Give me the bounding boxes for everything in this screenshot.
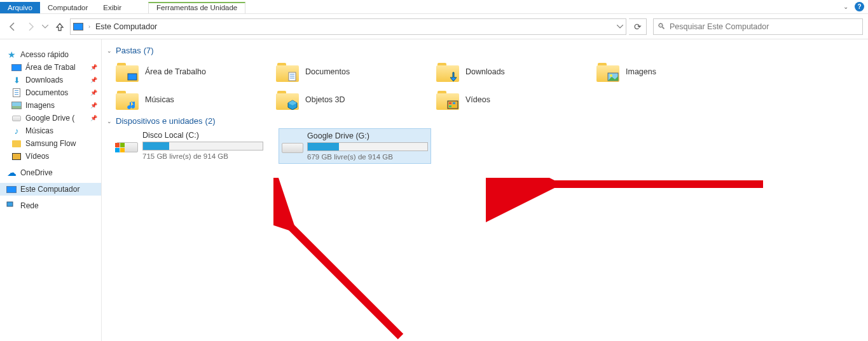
folders-grid: Área de Trabalho Documentos Downloads Im… <box>106 58 868 114</box>
folder-item[interactable]: Vídeos <box>434 86 594 114</box>
star-icon <box>6 50 17 60</box>
cloud-icon <box>6 168 17 178</box>
sidebar-this-pc[interactable]: Este Computador <box>0 183 101 196</box>
tab-computer[interactable]: Computador <box>40 2 95 13</box>
folder-item[interactable]: Área de Trabalho <box>113 58 273 86</box>
navigation-bar: › Este Computador ⟳ 🔍︎ <box>0 14 868 39</box>
sidebar-item-images[interactable]: Imagens📌 <box>0 99 101 112</box>
refresh-button[interactable]: ⟳ <box>629 18 647 35</box>
folder-icon <box>116 62 139 82</box>
drive-icon <box>12 116 21 121</box>
svg-rect-12 <box>453 105 455 107</box>
breadcrumb-location[interactable]: Este Computador <box>95 22 157 31</box>
tab-drive-tools[interactable]: Ferramentas de Unidade <box>148 2 245 13</box>
breadcrumb-sep: › <box>86 23 93 30</box>
folder-item[interactable]: Imagens <box>594 58 754 86</box>
folder-icon <box>436 62 459 82</box>
drive-name: Disco Local (C:) <box>142 131 263 140</box>
group-count: (7) <box>144 46 154 55</box>
drive-item[interactable]: Google Drive (G:) 679 GB livre(s) de 914… <box>279 128 431 164</box>
sidebar-item-music[interactable]: Músicas <box>0 124 101 137</box>
folder-item[interactable]: Documentos <box>273 58 434 86</box>
folder-icon <box>12 140 21 147</box>
windows-icon <box>115 143 125 153</box>
pin-icon: 📌 <box>90 77 97 83</box>
drive-item[interactable]: Disco Local (C:) 715 GB livre(s) de 914 … <box>113 128 266 164</box>
group-title: Pastas <box>116 46 141 55</box>
sidebar-label: Músicas <box>25 126 53 135</box>
svg-rect-16 <box>120 148 125 152</box>
forward-button[interactable] <box>23 19 38 34</box>
search-box[interactable]: 🔍︎ <box>653 18 863 35</box>
video-icon <box>12 153 21 160</box>
pin-icon: 📌 <box>90 64 97 70</box>
folder-label: Área de Trabalho <box>145 67 206 76</box>
group-header-folders[interactable]: ⌄ Pastas (7) <box>106 43 868 58</box>
svg-rect-8 <box>448 101 458 109</box>
sidebar-label: Este Computador <box>20 185 79 194</box>
group-title: Dispositivos e unidades <box>116 116 203 126</box>
pc-icon <box>73 23 83 30</box>
sidebar-item-desktop[interactable]: Área de Trabal📌 <box>0 61 101 74</box>
sidebar-item-videos[interactable]: Vídeos <box>0 150 101 163</box>
image-icon <box>11 102 22 109</box>
sidebar-label: Rede <box>20 201 39 210</box>
back-button[interactable] <box>5 19 20 34</box>
search-input[interactable] <box>670 22 858 31</box>
folder-icon <box>436 90 459 110</box>
drive-info: 679 GB livre(s) de 914 GB <box>307 153 428 161</box>
folder-label: Objetos 3D <box>305 95 345 104</box>
sidebar-quick-access[interactable]: Acesso rápido <box>0 48 101 61</box>
sidebar-item-documents[interactable]: Documentos📌 <box>0 86 101 99</box>
folder-label: Imagens <box>626 67 656 76</box>
drive-icon <box>282 131 303 157</box>
sidebar-onedrive[interactable]: OneDrive <box>0 166 101 179</box>
svg-point-7 <box>610 74 612 77</box>
sidebar-label: Samsung Flow <box>25 139 76 148</box>
group-count: (2) <box>205 116 216 126</box>
sidebar-label: OneDrive <box>20 168 53 177</box>
folder-icon <box>276 90 299 110</box>
address-bar[interactable]: › Este Computador <box>70 18 626 35</box>
desktop-icon <box>11 64 22 71</box>
folder-icon <box>116 90 139 110</box>
sidebar-item-gdrive[interactable]: Google Drive (📌 <box>0 112 101 124</box>
network-icon <box>6 201 17 211</box>
collapse-icon[interactable]: ⌄ <box>106 48 113 54</box>
history-dropdown[interactable] <box>41 19 50 34</box>
content-pane: ⌄ Pastas (7) Área de Trabalho Documentos… <box>102 39 868 341</box>
drive-info: 715 GB livre(s) de 914 GB <box>142 152 263 160</box>
folder-item[interactable]: Downloads <box>434 58 594 86</box>
group-header-drives[interactable]: ⌄ Dispositivos e unidades (2) <box>106 114 868 128</box>
help-icon[interactable]: ? <box>855 2 864 11</box>
sidebar-label: Área de Trabal <box>25 63 76 72</box>
folder-item[interactable]: Objetos 3D <box>273 86 434 114</box>
pc-icon <box>6 186 17 193</box>
sidebar-item-samsung[interactable]: Samsung Flow <box>0 137 101 150</box>
sidebar-label: Documentos <box>25 88 68 97</box>
folder-label: Downloads <box>465 67 505 76</box>
sidebar-item-downloads[interactable]: Downloads📌 <box>0 74 101 86</box>
up-button[interactable] <box>52 19 67 34</box>
folder-icon <box>596 62 619 82</box>
svg-rect-10 <box>453 102 455 104</box>
tab-file[interactable]: Arquivo <box>0 2 40 13</box>
folder-item[interactable]: Músicas <box>113 86 273 114</box>
music-icon <box>11 126 22 136</box>
drives-row: Disco Local (C:) 715 GB livre(s) de 914 … <box>106 128 868 164</box>
drive-usage-bar <box>142 142 263 150</box>
svg-rect-13 <box>115 143 120 147</box>
tab-view[interactable]: Exibir <box>95 2 129 13</box>
pin-icon: 📌 <box>90 102 97 109</box>
svg-rect-15 <box>115 148 120 152</box>
address-dropdown-icon[interactable] <box>617 25 623 29</box>
search-icon: 🔍︎ <box>658 22 666 31</box>
navigation-pane: Acesso rápido Área de Trabal📌 Downloads📌… <box>0 39 102 341</box>
folder-label: Músicas <box>145 95 174 104</box>
folder-label: Documentos <box>305 67 350 76</box>
sidebar-network[interactable]: Rede <box>0 199 101 212</box>
sidebar-label: Imagens <box>25 101 55 110</box>
collapse-icon[interactable]: ⌄ <box>106 118 113 124</box>
ribbon-expand-icon[interactable]: ⌄ <box>843 3 848 10</box>
menu-bar: Arquivo Computador Exibir Ferramentas de… <box>0 0 868 14</box>
